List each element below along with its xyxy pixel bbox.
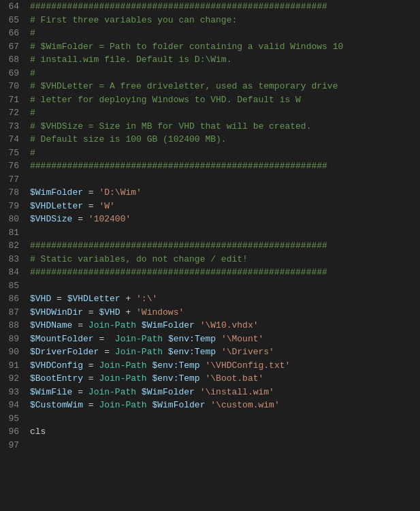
line-number: 69 — [0, 67, 27, 80]
code-line: 93$WimFile = Join-Path $WimFolder '\inst… — [0, 386, 420, 399]
code-line: 71# letter for deploying Windows to VHD.… — [0, 93, 420, 107]
line-number: 65 — [0, 14, 27, 27]
code-line: 90$DriverFolder = Join-Path $env:Temp '\… — [0, 345, 420, 359]
code-line: 72# — [0, 106, 420, 120]
line-number: 96 — [0, 425, 27, 439]
line-code: $VHDLetter = 'W' — [27, 200, 420, 213]
line-code: $CustomWim = Join-Path $WimFolder '\cust… — [27, 399, 420, 412]
code-line: 85 — [0, 279, 420, 293]
line-number: 75 — [0, 146, 27, 160]
code-line: 86$VHD = $VHDLetter + ':\' — [0, 292, 420, 306]
line-number: 81 — [0, 226, 27, 240]
line-number: 87 — [0, 306, 27, 320]
code-line: 74# Default size is 100 GB (102400 MB). — [0, 133, 420, 146]
line-number: 76 — [0, 159, 27, 173]
line-code: # letter for deploying Windows to VHD. D… — [27, 93, 420, 107]
line-code — [27, 226, 420, 240]
code-line: 64######################################… — [0, 0, 420, 14]
line-number: 71 — [0, 93, 27, 107]
code-line: 80$VHDSize = '102400' — [0, 213, 420, 226]
line-code: ########################################… — [27, 266, 420, 279]
line-number: 68 — [0, 53, 27, 67]
line-number: 66 — [0, 27, 27, 40]
line-code: # — [27, 27, 420, 40]
line-number: 91 — [0, 359, 27, 373]
code-line: 68# install.wim file. Default is D:\Wim. — [0, 53, 420, 67]
code-line: 96cls — [0, 425, 420, 439]
code-line: 67# $WimFolder = Path to folder containi… — [0, 40, 420, 54]
code-line: 87$VHDWinDir = $VHD + 'Windows' — [0, 306, 420, 320]
line-number: 64 — [0, 0, 27, 14]
line-code: # First three variables you can change: — [27, 14, 420, 27]
line-number: 77 — [0, 173, 27, 187]
code-line: 75# — [0, 146, 420, 160]
line-code: # — [27, 146, 420, 160]
line-code: $VHDWinDir = $VHD + 'Windows' — [27, 306, 420, 320]
code-line: 95 — [0, 412, 420, 426]
line-code: $VHDConfig = Join-Path $env:Temp '\VHDCo… — [27, 359, 420, 373]
code-line: 65# First three variables you can change… — [0, 14, 420, 27]
code-line: 81 — [0, 226, 420, 240]
code-line: 82######################################… — [0, 239, 420, 253]
code-line: 84######################################… — [0, 266, 420, 279]
line-code: $BootEntry = Join-Path $env:Temp '\Boot.… — [27, 372, 420, 386]
line-code: # — [27, 106, 420, 120]
code-line: 89$MountFolder = Join-Path $env:Temp '\M… — [0, 332, 420, 346]
line-code: $VHDSize = '102400' — [27, 213, 420, 226]
code-editor: 64######################################… — [0, 0, 420, 511]
line-number: 74 — [0, 133, 27, 146]
line-number: 83 — [0, 253, 27, 266]
line-number: 90 — [0, 345, 27, 359]
line-code: $VHDName = Join-Path $WimFolder '\W10.vh… — [27, 319, 420, 332]
code-line: 73# $VHDSize = Size in MB for VHD that w… — [0, 120, 420, 134]
code-line: 76######################################… — [0, 159, 420, 173]
line-code: cls — [27, 425, 420, 439]
line-number: 88 — [0, 319, 27, 332]
line-number: 97 — [0, 439, 27, 452]
line-code: $WimFolder = 'D:\Wim' — [27, 186, 420, 200]
code-line: 97 — [0, 439, 420, 452]
line-number: 70 — [0, 80, 27, 93]
line-number: 86 — [0, 292, 27, 306]
code-line: 94$CustomWim = Join-Path $WimFolder '\cu… — [0, 399, 420, 412]
code-line: 77 — [0, 173, 420, 187]
code-line: 79$VHDLetter = 'W' — [0, 200, 420, 213]
line-number: 89 — [0, 332, 27, 346]
line-code — [27, 439, 420, 452]
line-code: $WimFile = Join-Path $WimFolder '\instal… — [27, 386, 420, 399]
line-code: ########################################… — [27, 0, 420, 14]
line-number: 79 — [0, 200, 27, 213]
code-line: 78$WimFolder = 'D:\Wim' — [0, 186, 420, 200]
line-number: 73 — [0, 120, 27, 134]
line-code — [27, 173, 420, 187]
line-number: 67 — [0, 40, 27, 54]
code-content: 64######################################… — [0, 0, 420, 452]
line-code: $DriverFolder = Join-Path $env:Temp '\Dr… — [27, 345, 420, 359]
code-line: 66# — [0, 27, 420, 40]
line-number: 78 — [0, 186, 27, 200]
line-number: 72 — [0, 106, 27, 120]
code-line: 88$VHDName = Join-Path $WimFolder '\W10.… — [0, 319, 420, 332]
line-code — [27, 279, 420, 293]
line-number: 95 — [0, 412, 27, 426]
code-line: 69# — [0, 67, 420, 80]
code-line: 70# $VHDLetter = A free driveletter, use… — [0, 80, 420, 93]
line-code: $MountFolder = Join-Path $env:Temp '\Mou… — [27, 332, 420, 346]
line-number: 92 — [0, 372, 27, 386]
line-code — [27, 412, 420, 426]
line-number: 85 — [0, 279, 27, 293]
code-line: 91$VHDConfig = Join-Path $env:Temp '\VHD… — [0, 359, 420, 373]
code-line: 92$BootEntry = Join-Path $env:Temp '\Boo… — [0, 372, 420, 386]
line-code: # Default size is 100 GB (102400 MB). — [27, 133, 420, 146]
line-number: 80 — [0, 213, 27, 226]
line-code: # — [27, 67, 420, 80]
line-code: ########################################… — [27, 239, 420, 253]
line-code: # $VHDSize = Size in MB for VHD that wil… — [27, 120, 420, 134]
line-code: # install.wim file. Default is D:\Wim. — [27, 53, 420, 67]
line-code: ########################################… — [27, 159, 420, 173]
line-number: 82 — [0, 239, 27, 253]
code-line: 83# Static variables, do not change / ed… — [0, 253, 420, 266]
line-number: 84 — [0, 266, 27, 279]
line-code: # Static variables, do not change / edit… — [27, 253, 420, 266]
line-code: $VHD = $VHDLetter + ':\' — [27, 292, 420, 306]
